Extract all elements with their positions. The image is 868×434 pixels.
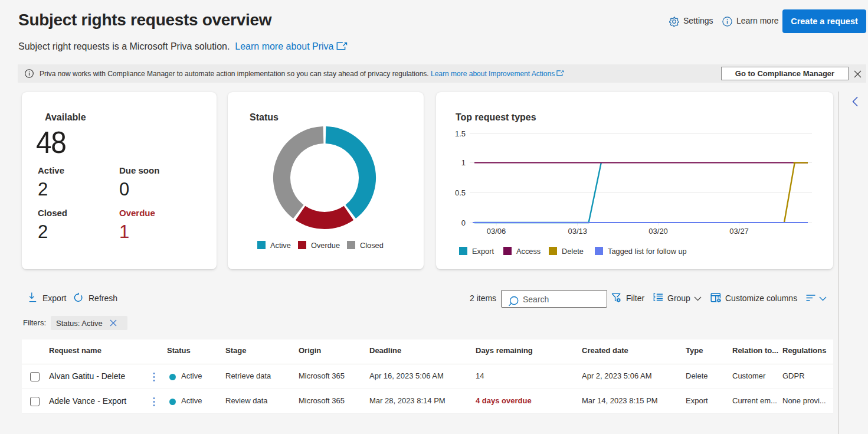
svg-text:03/27: 03/27 [729, 227, 749, 236]
svg-text:03/20: 03/20 [648, 227, 668, 236]
svg-text:0.5: 0.5 [455, 188, 466, 197]
svg-text:03/13: 03/13 [568, 227, 587, 236]
svg-text:1: 1 [461, 158, 466, 167]
svg-text:0: 0 [461, 218, 466, 227]
svg-text:1.5: 1.5 [455, 129, 466, 138]
svg-text:03/06: 03/06 [487, 227, 506, 236]
